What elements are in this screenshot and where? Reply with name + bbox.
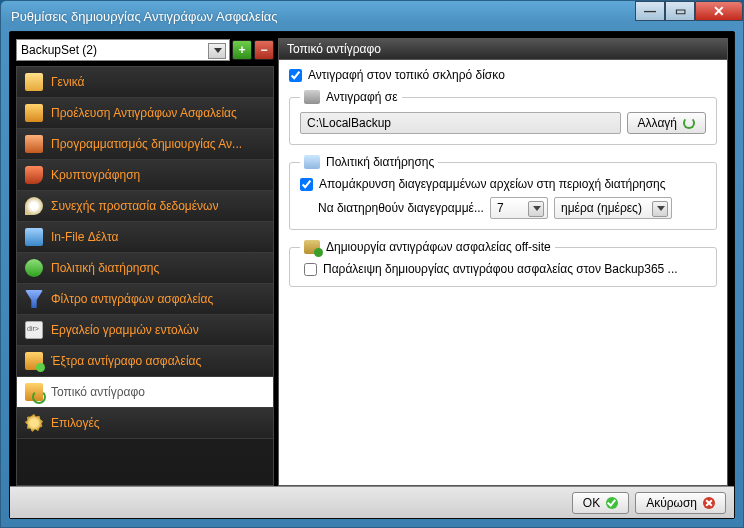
close-icon [703,497,715,509]
shield-icon [25,197,43,215]
general-icon [25,73,43,91]
pane-body: Αντιγραφή στον τοπικό σκληρό δίσκο Αντιγ… [278,60,728,486]
remove-backupset-button[interactable]: − [254,40,274,60]
keep-value: 7 [497,201,504,215]
keep-deleted-label: Να διατηρηθούν διαγεγραμμέ... [318,201,484,215]
skip-offsite-checkbox[interactable] [304,263,317,276]
change-path-button[interactable]: Αλλαγή [627,112,706,134]
close-button[interactable]: ✕ [695,1,743,21]
maximize-button[interactable]: ▭ [665,1,695,21]
remove-deleted-checkbox[interactable] [300,178,313,191]
retention-legend: Πολιτική διατήρησης [326,155,434,169]
backup-path-input[interactable]: C:\LocalBackup [300,112,621,134]
cancel-label: Ακύρωση [646,496,697,510]
filter-icon [25,290,43,308]
nav-label: Φίλτρο αντιγράφων ασφαλείας [51,292,213,306]
nav-label: Συνεχής προστασία δεδομένων [51,199,218,213]
nav-label: Προγραμματισμός δημιουργίας Αν... [51,137,242,151]
backup-path-value: C:\LocalBackup [307,116,391,130]
bottom-bar: OK Ακύρωση [10,486,734,518]
window-title: Ρυθμίσεις δημιουργίας Αντιγράφων Ασφαλεί… [7,9,278,24]
nav-label: Κρυπτογράφηση [51,168,140,182]
nav-delta[interactable]: In-File Δέλτα [17,222,273,253]
gear-icon [25,414,43,432]
delta-icon [25,228,43,246]
disk-icon [304,90,320,104]
check-icon [606,497,618,509]
nav-label: Επιλογές [51,416,100,430]
nav-encryption[interactable]: Κρυπτογράφηση [17,160,273,191]
settings-window: Ρυθμίσεις δημιουργίας Αντιγράφων Ασφαλεί… [0,0,744,528]
pane-header: Τοπικό αντίγραφο [278,38,728,60]
offsite-legend: Δημιουργία αντιγράφων ασφαλείας off-site [326,240,551,254]
recycle-icon [25,259,43,277]
nav-options[interactable]: Επιλογές [17,408,273,439]
encryption-icon [25,166,43,184]
change-path-label: Αλλαγή [638,116,677,130]
backupset-select[interactable]: BackupSet (2) [16,39,230,61]
remove-deleted-label: Απομάκρυνση διαγεγραμμένων αρχείων στη π… [319,177,666,191]
nav-label: Πολιτική διατήρησης [51,261,159,275]
nav-label: In-File Δέλτα [51,230,119,244]
sidebar: BackupSet (2) + − Γενικά Προέλευση Αντιγ… [16,38,274,486]
nav-label: Εργαλείο γραμμών εντολών [51,323,199,337]
chevron-down-icon [214,48,222,53]
client-area: BackupSet (2) + − Γενικά Προέλευση Αντιγ… [9,31,735,519]
add-backupset-button[interactable]: + [232,40,252,60]
nav-filter[interactable]: Φίλτρο αντιγράφων ασφαλείας [17,284,273,315]
enable-local-copy-checkbox[interactable] [289,69,302,82]
nav-label: Έξτρα αντίγραφο ασφαλείας [51,354,201,368]
nav-schedule[interactable]: Προγραμματισμός δημιουργίας Αν... [17,129,273,160]
offsite-icon [304,240,320,254]
nav: Γενικά Προέλευση Αντιγράφων Ασφαλείας Πρ… [16,66,274,486]
skip-offsite-label: Παράλειψη δημιουργίας αντιγράφου ασφαλεί… [323,262,678,276]
nav-cmd[interactable]: Εργαλείο γραμμών εντολών [17,315,273,346]
nav-cdp[interactable]: Συνεχής προστασία δεδομένων [17,191,273,222]
titlebar[interactable]: Ρυθμίσεις δημιουργίας Αντιγράφων Ασφαλεί… [1,1,743,31]
ok-label: OK [583,496,600,510]
nav-extra-backup[interactable]: Έξτρα αντίγραφο ασφαλείας [17,346,273,377]
main-pane: Τοπικό αντίγραφο Αντιγραφή στον τοπικό σ… [278,38,728,486]
chevron-down-icon [533,206,541,211]
refresh-icon [683,117,695,129]
nav-retention[interactable]: Πολιτική διατήρησης [17,253,273,284]
local-copy-icon [25,383,43,401]
chevron-down-icon [657,206,665,211]
copy-to-legend: Αντιγραφή σε [326,90,398,104]
ok-button[interactable]: OK [572,492,629,514]
backupset-selected: BackupSet (2) [21,43,97,57]
nav-local-copy[interactable]: Τοπικό αντίγραφο [17,377,273,408]
retention-group: Πολιτική διατήρησης Απομάκρυνση διαγεγρα… [289,155,717,230]
keep-value-select[interactable]: 7 [490,197,548,219]
nav-source[interactable]: Προέλευση Αντιγράφων Ασφαλείας [17,98,273,129]
offsite-group: Δημιουργία αντιγράφων ασφαλείας off-site… [289,240,717,287]
command-icon [25,321,43,339]
cancel-button[interactable]: Ακύρωση [635,492,726,514]
copy-to-group: Αντιγραφή σε C:\LocalBackup Αλλαγή [289,90,717,145]
schedule-icon [25,135,43,153]
keep-unit: ημέρα (ημέρες) [561,201,642,215]
extra-backup-icon [25,352,43,370]
nav-label: Τοπικό αντίγραφο [51,385,145,399]
source-icon [25,104,43,122]
minimize-button[interactable]: — [635,1,665,21]
keep-unit-select[interactable]: ημέρα (ημέρες) [554,197,672,219]
nav-label: Γενικά [51,75,84,89]
enable-local-copy-label: Αντιγραφή στον τοπικό σκληρό δίσκο [308,68,505,82]
retention-icon [304,155,320,169]
nav-general[interactable]: Γενικά [17,67,273,98]
nav-label: Προέλευση Αντιγράφων Ασφαλείας [51,106,237,120]
